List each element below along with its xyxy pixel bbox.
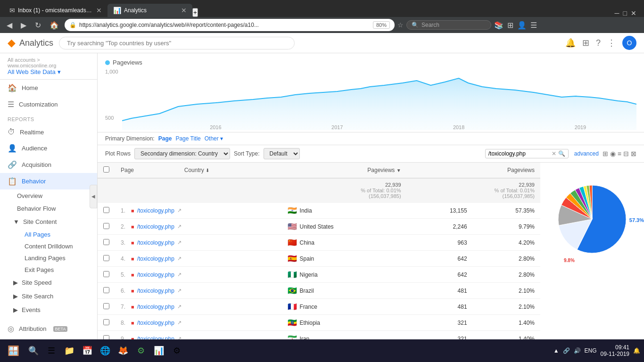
sort-type-select[interactable]: Default — [264, 148, 300, 159]
apps-grid-icon[interactable]: ⊞ — [582, 38, 589, 48]
row-checkbox-0[interactable] — [103, 207, 109, 213]
sidebar-sub-behavior-flow[interactable]: Behavior Flow — [0, 202, 97, 215]
browser-search-bar[interactable]: 🔍 Search — [406, 20, 491, 30]
plot-rows-button[interactable]: Plot Rows — [105, 150, 131, 157]
sidebar-landing-pages[interactable]: Landing Pages — [0, 252, 97, 264]
view-pivot-icon[interactable]: ⊠ — [631, 150, 636, 157]
sidebar-exit-pages[interactable]: Exit Pages — [0, 264, 97, 276]
notification-icon[interactable]: 🔔 — [565, 38, 576, 48]
page-link[interactable]: /toxicology.php — [137, 320, 174, 326]
view-compare-icon[interactable]: ⊟ — [623, 150, 629, 157]
row-num: 3. — [121, 239, 125, 246]
sidebar-events[interactable]: ▶ Events — [0, 303, 97, 317]
dim-option-page[interactable]: Page — [158, 135, 172, 142]
sidebar-site-speed[interactable]: ▶ Site Speed — [0, 276, 97, 289]
page-link[interactable]: /toxicology.php — [137, 207, 174, 214]
row-checkbox-5[interactable] — [103, 287, 109, 293]
sidebar-item-realtime[interactable]: ⏱ Realtime — [0, 124, 97, 140]
user-icon[interactable]: 👤 — [517, 21, 527, 30]
sidebar-collapse-btn[interactable]: ◀ — [90, 185, 97, 208]
row-num: 4. — [121, 255, 125, 262]
row-country-cell: 🇮🇳 India — [282, 203, 410, 219]
sidebar-item-home[interactable]: 🏠 Home — [0, 80, 97, 96]
minimize-button[interactable]: ─ — [615, 9, 619, 17]
page-link[interactable]: /toxicology.php — [137, 223, 174, 230]
totals-pv-value: 22,939 — [279, 182, 401, 188]
search-clear-icon[interactable]: ✕ — [552, 150, 556, 157]
page-link[interactable]: /toxicology.php — [137, 288, 174, 294]
select-all-checkbox[interactable] — [103, 166, 109, 173]
property-selector[interactable]: All Web Site Data ▾ — [8, 68, 90, 75]
page-link[interactable]: /toxicology.php — [137, 304, 174, 310]
sidebar-sub-overview[interactable]: Overview — [0, 189, 97, 202]
th-pageviews2[interactable]: Pageviews — [407, 163, 540, 178]
maximize-button[interactable]: □ — [623, 9, 627, 17]
sidebar-item-customization[interactable]: ☰ Customization — [0, 96, 97, 113]
home-button[interactable]: 🏠 — [47, 20, 62, 31]
view-pie-icon[interactable]: ◉ — [610, 150, 616, 157]
url-bar[interactable]: 🔒 https://analytics.google.com/analytics… — [65, 19, 395, 31]
sidebar-icon[interactable]: ⊞ — [507, 21, 513, 30]
th-pageviews[interactable]: Pageviews ▼ — [273, 163, 406, 178]
row-checkbox-8[interactable] — [103, 335, 109, 340]
row-checkbox-1[interactable] — [103, 223, 109, 229]
sidebar-all-pages[interactable]: All Pages — [0, 229, 97, 240]
page-link[interactable]: /toxicology.php — [137, 272, 174, 278]
forward-button[interactable]: ▶ — [18, 20, 29, 31]
country-flag: 🇧🇷 — [288, 286, 297, 295]
row-checkbox-7[interactable] — [103, 319, 109, 325]
advanced-link[interactable]: advanced — [574, 150, 599, 157]
close-button[interactable]: ✕ — [631, 9, 636, 17]
row-checkbox-6[interactable] — [103, 303, 109, 309]
back-button[interactable]: ◀ — [4, 20, 15, 31]
sidebar-item-acquisition[interactable]: 🔗 Acquisition — [0, 156, 97, 173]
page-link[interactable]: /toxicology.php — [137, 255, 174, 262]
row-checkbox-2[interactable] — [103, 239, 109, 245]
row-page-cell: 9. ■ /toxicology.php ↗ — [115, 331, 282, 340]
view-data-icon[interactable]: ⊞ — [603, 150, 608, 157]
secondary-dim-select[interactable]: Secondary dimension: Country — [134, 148, 230, 159]
dim-option-page-title[interactable]: Page Title — [175, 135, 200, 142]
browser-chrome: ✉ Inbox (1) - omicsteamleads2@... ✕ 📊 An… — [0, 0, 644, 33]
row-country-cell: 🇮🇷 Iran — [282, 331, 410, 340]
chart-svg-wrapper: 2016 2017 2018 2019 — [122, 69, 636, 130]
sidebar-item-behavior[interactable]: 📋 Behavior — [0, 173, 97, 189]
dim-option-other[interactable]: Other ▾ — [205, 135, 223, 142]
new-tab-button[interactable]: + — [192, 8, 198, 17]
row-checkbox-4[interactable] — [103, 271, 109, 277]
inbox-tab-close[interactable]: ✕ — [96, 7, 102, 14]
ga-search-input[interactable] — [59, 37, 295, 49]
page-color-dot: ■ — [131, 256, 134, 262]
analytics-tab-close[interactable]: ✕ — [181, 7, 187, 14]
sidebar-site-search[interactable]: ▶ Site Search — [0, 289, 97, 303]
view-list-icon[interactable]: ≡ — [618, 150, 621, 157]
toolbar-icons: 📚 ⊞ 👤 ☰ — [494, 21, 537, 30]
sidebar-item-attribution[interactable]: ◎ Attribution BETA — [0, 321, 97, 337]
analytics-favicon: 📊 — [113, 7, 121, 14]
page-link[interactable]: /toxicology.php — [137, 336, 174, 340]
library-icon[interactable]: 📚 — [494, 21, 504, 30]
refresh-button[interactable]: ↻ — [32, 20, 44, 31]
sidebar-item-audience[interactable]: 👤 Audience — [0, 140, 97, 156]
search-submit-icon[interactable]: 🔍 — [558, 150, 565, 157]
bookmarks-icon[interactable]: ☆ — [397, 21, 404, 29]
th-country[interactable]: Country ⬇ — [179, 163, 273, 178]
pageviews-header-label: Pageviews — [367, 167, 395, 173]
sidebar-site-content[interactable]: ▼ Site Content — [0, 215, 97, 229]
menu-icon[interactable]: ☰ — [530, 21, 537, 30]
country-flag: 🇮🇳 — [288, 206, 297, 215]
search-filter-input[interactable] — [488, 150, 550, 157]
country-name: France — [300, 304, 317, 310]
page-link[interactable]: /toxicology.php — [137, 239, 174, 246]
browser-tab-inbox[interactable]: ✉ Inbox (1) - omicsteamleads2@... ✕ — [4, 4, 107, 17]
help-icon[interactable]: ? — [596, 38, 601, 48]
row-checkbox-3[interactable] — [103, 255, 109, 261]
browser-tab-analytics[interactable]: 📊 Analytics ✕ — [107, 4, 192, 17]
pageviews-legend-dot — [105, 60, 110, 65]
sidebar-content-drilldown[interactable]: Content Drilldown — [0, 240, 97, 252]
profile-avatar[interactable]: O — [622, 36, 636, 50]
search-filter[interactable]: ✕ 🔍 — [485, 149, 569, 158]
settings-icon[interactable]: ⋮ — [607, 38, 616, 48]
row-country-cell: 🇨🇳 China — [282, 235, 410, 251]
pie-small-pct: 9.8% — [564, 258, 575, 263]
